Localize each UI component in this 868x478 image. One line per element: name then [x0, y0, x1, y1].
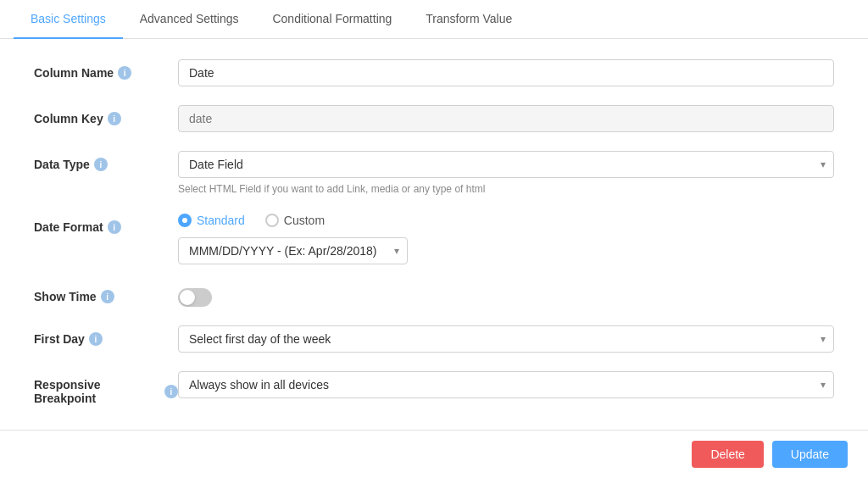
- column-key-info-icon[interactable]: i: [108, 112, 121, 125]
- footer: Delete Update: [0, 430, 868, 478]
- data-type-control: Date Field ▾ Select HTML Field if you wa…: [178, 151, 834, 195]
- date-format-custom-option[interactable]: Custom: [265, 214, 325, 227]
- column-key-control: [178, 105, 834, 132]
- date-format-standard-option[interactable]: Standard: [178, 214, 245, 227]
- column-name-control: [178, 59, 834, 86]
- first-day-info-icon[interactable]: i: [89, 332, 103, 346]
- data-type-label: Data Type i: [34, 151, 178, 171]
- column-key-label: Column Key i: [34, 105, 178, 125]
- date-format-select[interactable]: MMM/DD/YYYY - (Ex: Apr/28/2018): [178, 237, 408, 264]
- tab-transform[interactable]: Transform Value: [409, 0, 529, 39]
- tab-bar: Basic Settings Advanced Settings Conditi…: [0, 0, 868, 39]
- first-day-select[interactable]: Select first day of the week: [178, 325, 834, 353]
- responsive-select-wrap: Always show in all devices ▾: [178, 371, 834, 398]
- date-format-label: Date Format i: [34, 214, 178, 234]
- date-format-standard-radio[interactable]: [178, 214, 192, 227]
- date-format-radio-group: Standard Custom: [178, 214, 834, 227]
- show-time-label: Show Time i: [34, 283, 178, 303]
- column-name-input[interactable]: [178, 59, 834, 86]
- column-key-input[interactable]: [178, 105, 834, 132]
- show-time-info-icon[interactable]: i: [101, 290, 114, 303]
- date-format-control: Standard Custom MMM/DD/YYYY - (Ex: Apr/2…: [178, 214, 834, 264]
- date-format-row: Date Format i Standard Custom MMM/: [34, 214, 834, 264]
- settings-panel: Basic Settings Advanced Settings Conditi…: [0, 0, 868, 478]
- responsive-control: Always show in all devices ▾: [178, 371, 834, 398]
- delete-button[interactable]: Delete: [692, 441, 763, 468]
- first-day-select-wrap: Select first day of the week ▾: [178, 325, 834, 353]
- column-name-label: Column Name i: [34, 59, 178, 80]
- date-format-custom-radio[interactable]: [265, 214, 279, 227]
- data-type-select-wrap: Date Field ▾: [178, 151, 834, 178]
- data-type-info-icon[interactable]: i: [94, 158, 108, 171]
- responsive-info-icon[interactable]: i: [164, 385, 178, 398]
- responsive-label: Responsive Breakpoint i: [34, 371, 178, 405]
- first-day-control: Select first day of the week ▾: [178, 325, 834, 353]
- tab-conditional[interactable]: Conditional Formatting: [255, 0, 409, 39]
- responsive-select[interactable]: Always show in all devices: [178, 371, 834, 398]
- data-type-row: Data Type i Date Field ▾ Select HTML Fie…: [34, 151, 834, 195]
- date-format-dropdown-wrap: MMM/DD/YYYY - (Ex: Apr/28/2018) ▾: [178, 237, 408, 264]
- date-format-standard-label: Standard: [197, 214, 245, 227]
- data-type-select[interactable]: Date Field: [178, 151, 834, 178]
- column-name-row: Column Name i: [34, 59, 834, 86]
- date-format-info-icon[interactable]: i: [108, 220, 121, 234]
- responsive-row: Responsive Breakpoint i Always show in a…: [34, 371, 834, 405]
- column-name-info-icon[interactable]: i: [118, 66, 131, 80]
- tab-basic[interactable]: Basic Settings: [14, 0, 123, 39]
- update-button[interactable]: Update: [772, 441, 848, 468]
- show-time-row: Show Time i: [34, 283, 834, 307]
- form-content: Column Name i Column Key i Data Type i: [0, 39, 868, 430]
- first-day-label: First Day i: [34, 325, 178, 346]
- column-key-row: Column Key i: [34, 105, 834, 132]
- show-time-control: [178, 283, 834, 307]
- data-type-hint: Select HTML Field if you want to add Lin…: [178, 183, 834, 195]
- first-day-row: First Day i Select first day of the week…: [34, 325, 834, 353]
- show-time-toggle[interactable]: [178, 288, 212, 307]
- date-format-custom-label: Custom: [284, 214, 325, 227]
- tab-advanced[interactable]: Advanced Settings: [123, 0, 256, 39]
